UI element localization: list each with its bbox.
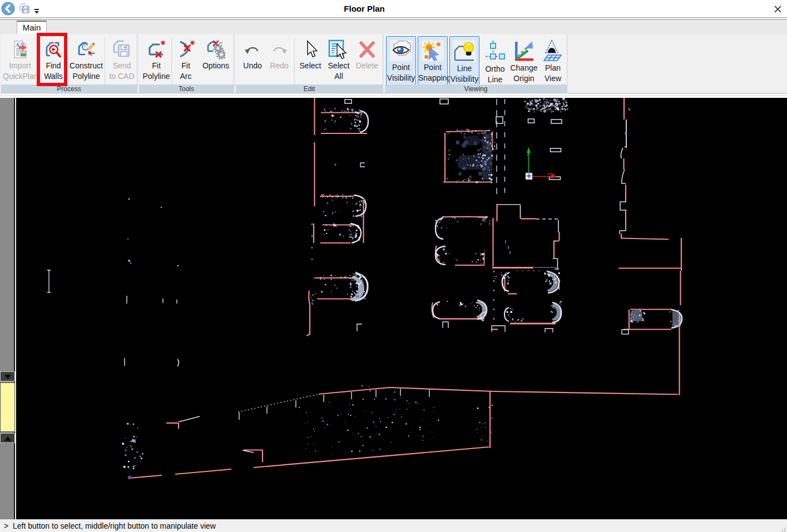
svg-text:A: A: [15, 42, 19, 48]
